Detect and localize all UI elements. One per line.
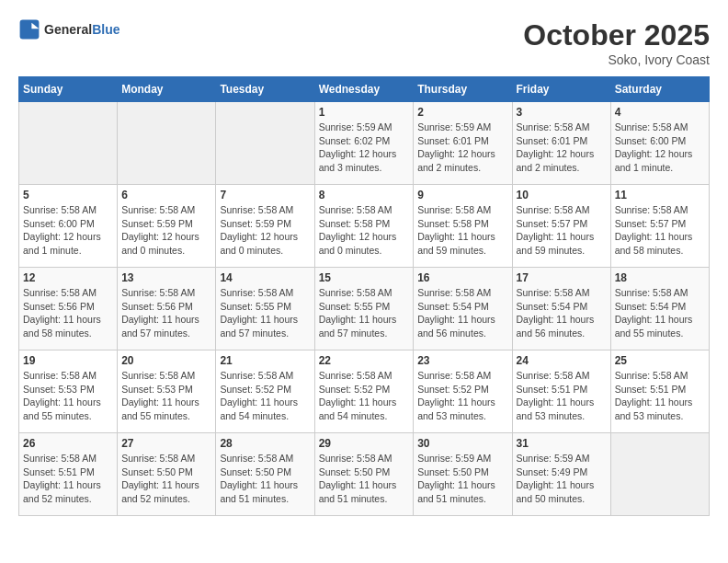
day-number: 1	[319, 106, 410, 119]
calendar-cell	[19, 102, 118, 185]
day-info: Sunrise: 5:59 AMSunset: 6:01 PMDaylight:…	[417, 121, 507, 175]
calendar-cell: 12Sunrise: 5:58 AMSunset: 5:56 PMDayligh…	[19, 268, 118, 350]
calendar-cell: 4Sunrise: 5:58 AMSunset: 6:00 PMDaylight…	[610, 102, 709, 185]
day-number: 29	[319, 437, 410, 450]
week-row-5: 26Sunrise: 5:58 AMSunset: 5:51 PMDayligh…	[19, 433, 710, 516]
week-row-4: 19Sunrise: 5:58 AMSunset: 5:53 PMDayligh…	[19, 350, 710, 433]
day-number: 2	[417, 106, 507, 119]
week-row-2: 5Sunrise: 5:58 AMSunset: 6:00 PMDaylight…	[19, 185, 710, 268]
day-info: Sunrise: 5:58 AMSunset: 5:56 PMDaylight:…	[121, 286, 211, 340]
calendar-cell: 16Sunrise: 5:58 AMSunset: 5:54 PMDayligh…	[414, 268, 512, 350]
day-info: Sunrise: 5:58 AMSunset: 5:56 PMDaylight:…	[23, 286, 113, 340]
calendar-cell: 5Sunrise: 5:58 AMSunset: 6:00 PMDaylight…	[19, 185, 118, 268]
calendar-cell: 22Sunrise: 5:58 AMSunset: 5:52 PMDayligh…	[314, 350, 414, 433]
day-number: 22	[319, 354, 410, 367]
header-thursday: Thursday	[414, 77, 512, 102]
day-number: 18	[615, 271, 705, 284]
calendar-cell: 21Sunrise: 5:58 AMSunset: 5:52 PMDayligh…	[216, 350, 314, 433]
day-info: Sunrise: 5:58 AMSunset: 5:50 PMDaylight:…	[319, 452, 410, 506]
logo-blue: Blue	[92, 22, 119, 37]
day-info: Sunrise: 5:59 AMSunset: 5:49 PMDaylight:…	[517, 452, 607, 506]
day-info: Sunrise: 5:58 AMSunset: 5:51 PMDaylight:…	[23, 452, 113, 506]
week-row-1: 1Sunrise: 5:59 AMSunset: 6:02 PMDaylight…	[19, 102, 710, 185]
day-number: 30	[417, 437, 507, 450]
day-info: Sunrise: 5:58 AMSunset: 5:53 PMDaylight:…	[23, 369, 113, 423]
logo: GeneralBlue	[18, 18, 119, 40]
day-info: Sunrise: 5:58 AMSunset: 5:58 PMDaylight:…	[319, 203, 410, 258]
day-number: 26	[23, 437, 113, 450]
calendar-cell	[118, 102, 216, 185]
calendar-cell: 18Sunrise: 5:58 AMSunset: 5:54 PMDayligh…	[610, 268, 709, 350]
calendar-cell: 31Sunrise: 5:59 AMSunset: 5:49 PMDayligh…	[512, 433, 610, 516]
month-title: October 2025	[523, 18, 710, 52]
day-info: Sunrise: 5:58 AMSunset: 5:59 PMDaylight:…	[121, 203, 211, 258]
day-info: Sunrise: 5:58 AMSunset: 5:52 PMDaylight:…	[220, 369, 310, 423]
calendar-cell: 7Sunrise: 5:58 AMSunset: 5:59 PMDaylight…	[216, 185, 314, 268]
day-info: Sunrise: 5:58 AMSunset: 5:55 PMDaylight:…	[220, 286, 310, 340]
day-info: Sunrise: 5:58 AMSunset: 5:57 PMDaylight:…	[517, 203, 607, 258]
day-info: Sunrise: 5:58 AMSunset: 5:50 PMDaylight:…	[121, 452, 211, 506]
day-number: 10	[517, 189, 607, 201]
day-number: 21	[220, 354, 310, 367]
day-number: 16	[417, 271, 507, 284]
day-number: 8	[319, 189, 410, 201]
day-number: 11	[615, 189, 705, 201]
day-info: Sunrise: 5:58 AMSunset: 5:50 PMDaylight:…	[220, 452, 310, 506]
day-info: Sunrise: 5:58 AMSunset: 5:54 PMDaylight:…	[517, 286, 607, 340]
day-number: 9	[417, 189, 507, 201]
day-info: Sunrise: 5:58 AMSunset: 6:01 PMDaylight:…	[517, 121, 607, 175]
calendar-table: SundayMondayTuesdayWednesdayThursdayFrid…	[18, 76, 710, 516]
day-number: 23	[417, 354, 507, 367]
calendar-cell	[610, 433, 709, 516]
day-number: 27	[121, 437, 211, 450]
day-number: 20	[121, 354, 211, 367]
title-area: October 2025 Soko, Ivory Coast	[523, 18, 710, 67]
day-number: 15	[319, 271, 410, 284]
day-info: Sunrise: 5:58 AMSunset: 5:54 PMDaylight:…	[615, 286, 705, 340]
day-info: Sunrise: 5:59 AMSunset: 6:02 PMDaylight:…	[319, 121, 410, 175]
day-number: 4	[615, 106, 705, 119]
svg-rect-0	[20, 20, 40, 40]
calendar-cell: 14Sunrise: 5:58 AMSunset: 5:55 PMDayligh…	[216, 268, 314, 350]
day-info: Sunrise: 5:58 AMSunset: 5:57 PMDaylight:…	[615, 203, 705, 258]
day-info: Sunrise: 5:58 AMSunset: 5:53 PMDaylight:…	[121, 369, 211, 423]
header-monday: Monday	[118, 77, 216, 102]
day-number: 28	[220, 437, 310, 450]
calendar-cell: 17Sunrise: 5:58 AMSunset: 5:54 PMDayligh…	[512, 268, 610, 350]
day-number: 24	[517, 354, 607, 367]
day-number: 13	[121, 271, 211, 284]
calendar-cell: 2Sunrise: 5:59 AMSunset: 6:01 PMDaylight…	[414, 102, 512, 185]
logo-general: General	[44, 22, 92, 37]
calendar-cell: 10Sunrise: 5:58 AMSunset: 5:57 PMDayligh…	[512, 185, 610, 268]
day-info: Sunrise: 5:58 AMSunset: 6:00 PMDaylight:…	[23, 203, 113, 258]
day-info: Sunrise: 5:58 AMSunset: 5:59 PMDaylight:…	[220, 203, 310, 258]
day-number: 6	[121, 189, 211, 201]
day-info: Sunrise: 5:58 AMSunset: 5:58 PMDaylight:…	[417, 203, 507, 258]
day-info: Sunrise: 5:58 AMSunset: 5:54 PMDaylight:…	[417, 286, 507, 340]
day-info: Sunrise: 5:58 AMSunset: 5:55 PMDaylight:…	[319, 286, 410, 340]
day-number: 17	[517, 271, 607, 284]
calendar-cell: 30Sunrise: 5:59 AMSunset: 5:50 PMDayligh…	[414, 433, 512, 516]
calendar-cell: 28Sunrise: 5:58 AMSunset: 5:50 PMDayligh…	[216, 433, 314, 516]
day-info: Sunrise: 5:59 AMSunset: 5:50 PMDaylight:…	[417, 452, 507, 506]
header-saturday: Saturday	[610, 77, 709, 102]
day-number: 31	[517, 437, 607, 450]
calendar-cell: 6Sunrise: 5:58 AMSunset: 5:59 PMDaylight…	[118, 185, 216, 268]
header-tuesday: Tuesday	[216, 77, 314, 102]
day-number: 5	[23, 189, 113, 201]
calendar-cell: 29Sunrise: 5:58 AMSunset: 5:50 PMDayligh…	[314, 433, 414, 516]
day-info: Sunrise: 5:58 AMSunset: 6:00 PMDaylight:…	[615, 121, 705, 175]
calendar-cell: 26Sunrise: 5:58 AMSunset: 5:51 PMDayligh…	[19, 433, 118, 516]
week-row-3: 12Sunrise: 5:58 AMSunset: 5:56 PMDayligh…	[19, 268, 710, 350]
header-row: SundayMondayTuesdayWednesdayThursdayFrid…	[19, 77, 710, 102]
calendar-cell: 8Sunrise: 5:58 AMSunset: 5:58 PMDaylight…	[314, 185, 414, 268]
page-header: GeneralBlue October 2025 Soko, Ivory Coa…	[18, 18, 710, 67]
calendar-cell: 3Sunrise: 5:58 AMSunset: 6:01 PMDaylight…	[512, 102, 610, 185]
location: Soko, Ivory Coast	[523, 52, 710, 67]
calendar-cell	[216, 102, 314, 185]
day-info: Sunrise: 5:58 AMSunset: 5:52 PMDaylight:…	[417, 369, 507, 423]
calendar-cell: 24Sunrise: 5:58 AMSunset: 5:51 PMDayligh…	[512, 350, 610, 433]
logo-icon	[18, 18, 40, 40]
calendar-cell: 27Sunrise: 5:58 AMSunset: 5:50 PMDayligh…	[118, 433, 216, 516]
day-info: Sunrise: 5:58 AMSunset: 5:51 PMDaylight:…	[615, 369, 705, 423]
